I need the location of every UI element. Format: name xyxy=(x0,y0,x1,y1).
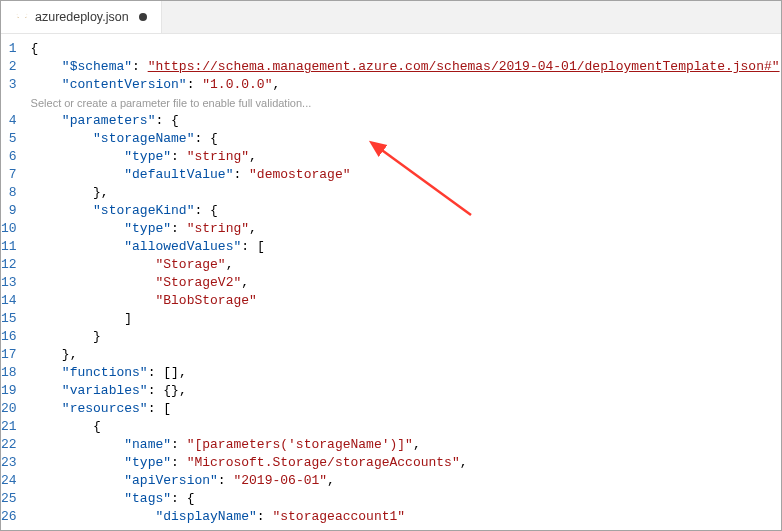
code-line[interactable]: "type": "Microsoft.Storage/storageAccoun… xyxy=(31,454,781,472)
code-line[interactable]: ] xyxy=(31,310,781,328)
code-line[interactable]: "parameters": { xyxy=(31,112,781,130)
code-line[interactable]: "storageKind": { xyxy=(31,202,781,220)
code-line[interactable]: } xyxy=(31,328,781,346)
code-line[interactable]: "name": "[parameters('storageName')]", xyxy=(31,436,781,454)
code-line[interactable]: "type": "string", xyxy=(31,220,781,238)
code-line[interactable]: "Storage", xyxy=(31,256,781,274)
codelens-hint[interactable]: Select or create a parameter file to ena… xyxy=(31,94,781,112)
tab-filename: azuredeploy.json xyxy=(35,10,129,24)
code-line[interactable]: "$schema": "https://schema.management.az… xyxy=(31,58,781,76)
code-line[interactable]: "StorageV2", xyxy=(31,274,781,292)
code-line[interactable]: "functions": [], xyxy=(31,364,781,382)
code-line[interactable]: "allowedValues": [ xyxy=(31,238,781,256)
dirty-indicator-icon xyxy=(139,13,147,21)
code-line[interactable]: "type": "string", xyxy=(31,148,781,166)
tab-bar: azuredeploy.json xyxy=(1,1,781,34)
code-line[interactable]: }, xyxy=(31,346,781,364)
line-number-gutter: 1234567891011121314151617181920212223242… xyxy=(1,40,31,530)
code-line[interactable]: "variables": {}, xyxy=(31,382,781,400)
code-line[interactable]: "apiVersion": "2019-06-01", xyxy=(31,472,781,490)
code-editor[interactable]: 1234567891011121314151617181920212223242… xyxy=(1,34,781,530)
code-line[interactable]: "tags": { xyxy=(31,490,781,508)
code-line[interactable]: { xyxy=(31,40,781,58)
code-line[interactable]: "defaultValue": "demostorage" xyxy=(31,166,781,184)
editor-tab[interactable]: azuredeploy.json xyxy=(1,1,162,33)
code-area[interactable]: { "$schema": "https://schema.management.… xyxy=(31,40,781,530)
code-line[interactable]: "displayName": "storageaccount1" xyxy=(31,508,781,526)
json-file-icon xyxy=(15,10,29,24)
code-line[interactable]: "resources": [ xyxy=(31,400,781,418)
code-line[interactable]: }, xyxy=(31,184,781,202)
code-line[interactable]: "contentVersion": "1.0.0.0", xyxy=(31,76,781,94)
code-line[interactable]: { xyxy=(31,418,781,436)
code-line[interactable]: "BlobStorage" xyxy=(31,292,781,310)
code-line[interactable]: "storageName": { xyxy=(31,130,781,148)
